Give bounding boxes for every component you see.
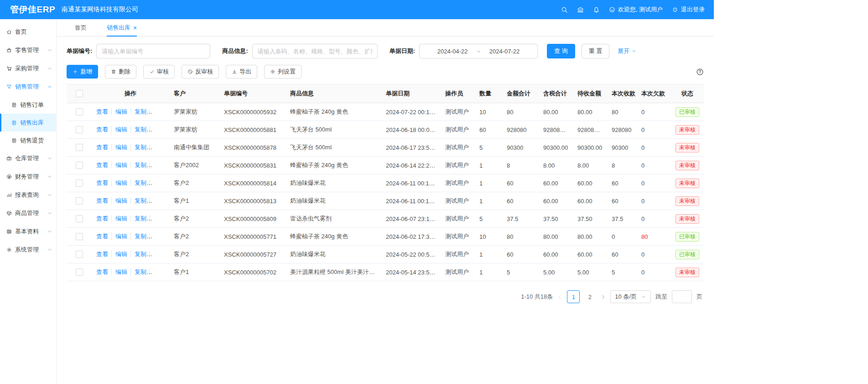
sidebar-item-home[interactable]: 首页: [0, 23, 56, 41]
search-button[interactable]: 查 询: [547, 44, 575, 58]
edit-link[interactable]: 编辑: [111, 233, 127, 240]
copy-link[interactable]: 复制: [130, 268, 146, 275]
copy-link[interactable]: 复制: [130, 179, 146, 186]
doc-no-input[interactable]: [96, 44, 210, 58]
sidebar-item-retail[interactable]: 零售管理: [0, 41, 56, 59]
pagination: 1-10 共18条 12 10 条/页 跳至 页: [57, 281, 714, 312]
view-link[interactable]: 查看: [96, 126, 108, 133]
row-checkbox[interactable]: [76, 268, 83, 276]
sidebar-item-purchase[interactable]: 采购管理: [0, 59, 56, 78]
table-row: 查看编辑复制删除罗莱家纺XSCK00000005932蜂蜜柚子茶 240g 黄色…: [67, 103, 704, 121]
view-link[interactable]: 查看: [96, 197, 108, 204]
notification-bell-icon[interactable]: [593, 6, 600, 13]
page-size-select[interactable]: 10 条/页: [610, 290, 651, 303]
copy-link[interactable]: 复制: [130, 215, 146, 222]
tab-sales-outbound[interactable]: 销售出库×: [107, 19, 137, 36]
row-checkbox[interactable]: [76, 162, 83, 169]
sidebar-item-sales-outbound[interactable]: 销售出库: [0, 114, 56, 132]
checkbox-cell: [67, 246, 92, 263]
sidebar-item-label: 商品管理: [15, 209, 39, 217]
add-button[interactable]: 新增: [67, 65, 98, 79]
search-icon[interactable]: [561, 6, 568, 13]
operations-cell: 查看编辑复制删除: [92, 174, 169, 192]
edit-link[interactable]: 编辑: [111, 251, 127, 258]
sidebar-item-report[interactable]: 报表查询: [0, 186, 56, 204]
sidebar-item-goods[interactable]: 商品管理: [0, 204, 56, 222]
edit-link[interactable]: 编辑: [111, 144, 127, 151]
logout-button[interactable]: 退出登录: [672, 5, 705, 14]
edit-link[interactable]: 编辑: [111, 268, 127, 275]
jump-page-input[interactable]: [672, 290, 692, 303]
sidebar-item-sales-return[interactable]: 销售退货: [0, 132, 56, 149]
row-checkbox[interactable]: [76, 179, 83, 187]
expand-link-text: 展开: [618, 47, 629, 55]
next-page-button[interactable]: [601, 295, 606, 300]
view-link[interactable]: 查看: [96, 268, 108, 275]
tab-home[interactable]: 首页: [75, 19, 87, 36]
prev-page-button[interactable]: [557, 295, 562, 300]
quantity-cell: 1: [475, 263, 502, 281]
select-all-checkbox[interactable]: [76, 90, 83, 97]
amount-total-cell: 928080: [502, 121, 539, 139]
product-info-cell: 飞天茅台 500ml: [286, 139, 381, 157]
status-badge: 未审核: [676, 179, 699, 188]
view-link[interactable]: 查看: [96, 233, 108, 240]
column-header-0: 操作: [92, 84, 169, 103]
row-checkbox[interactable]: [76, 233, 83, 240]
sidebar-item-sales-order[interactable]: 销售订单: [0, 96, 56, 114]
edit-link[interactable]: 编辑: [111, 197, 127, 204]
date-range-picker[interactable]: 2024-04-22 ~ 2024-07-22: [419, 44, 538, 58]
help-icon[interactable]: [696, 68, 704, 76]
view-link[interactable]: 查看: [96, 144, 108, 151]
view-link[interactable]: 查看: [96, 251, 108, 258]
edit-link[interactable]: 编辑: [111, 108, 127, 115]
row-checkbox[interactable]: [76, 215, 83, 222]
edit-link[interactable]: 编辑: [111, 162, 127, 168]
column-header-11: 本次欠款: [637, 84, 671, 103]
row-checkbox[interactable]: [76, 108, 83, 116]
chevron-down-icon: [47, 66, 52, 71]
page-button-1[interactable]: 1: [567, 290, 580, 303]
unaudit-button[interactable]: 反审核: [182, 65, 219, 79]
copy-link[interactable]: 复制: [130, 108, 146, 115]
doc-no-cell: XSCK00000005809: [219, 210, 286, 228]
edit-link[interactable]: 编辑: [111, 179, 127, 186]
user-welcome[interactable]: 欢迎您, 测试用户: [609, 5, 663, 14]
reset-button[interactable]: 重 置: [582, 44, 610, 58]
sidebar-item-system[interactable]: 系统管理: [0, 241, 56, 259]
date-end-value[interactable]: 2024-07-22: [489, 48, 520, 55]
sidebar-item-finance[interactable]: 财务管理: [0, 168, 56, 186]
home-icon: [6, 29, 12, 35]
copy-link[interactable]: 复制: [130, 251, 146, 258]
copy-link[interactable]: 复制: [130, 197, 146, 204]
tax-total-cell: 60.00: [539, 192, 573, 210]
view-link[interactable]: 查看: [96, 179, 108, 186]
sidebar-item-warehouse[interactable]: 仓库管理: [0, 149, 56, 168]
row-checkbox[interactable]: [76, 126, 83, 133]
row-checkbox[interactable]: [76, 251, 83, 258]
expand-link[interactable]: 展开: [618, 47, 637, 55]
date-start-value[interactable]: 2024-04-22: [437, 48, 468, 55]
export-button[interactable]: 导出: [226, 65, 257, 79]
column-settings-button[interactable]: 列设置: [264, 65, 301, 79]
copy-link[interactable]: 复制: [130, 144, 146, 151]
copy-link[interactable]: 复制: [130, 126, 146, 133]
row-checkbox[interactable]: [76, 197, 83, 205]
edit-link[interactable]: 编辑: [111, 126, 127, 133]
view-link[interactable]: 查看: [96, 162, 108, 168]
delete-button[interactable]: 删除: [105, 65, 136, 79]
select-all-header-cell: [67, 84, 92, 103]
audit-button[interactable]: 审核: [143, 65, 175, 79]
bank-icon[interactable]: [577, 6, 584, 13]
edit-link[interactable]: 编辑: [111, 215, 127, 222]
view-link[interactable]: 查看: [96, 108, 108, 115]
view-link[interactable]: 查看: [96, 215, 108, 222]
sidebar-item-basedata[interactable]: 基本资料: [0, 222, 56, 241]
copy-link[interactable]: 复制: [130, 233, 146, 240]
row-checkbox[interactable]: [76, 144, 83, 151]
page-button-2[interactable]: 2: [583, 290, 596, 303]
copy-link[interactable]: 复制: [130, 162, 146, 168]
close-icon[interactable]: ×: [133, 25, 137, 31]
product-info-input[interactable]: [252, 44, 378, 58]
sidebar-item-sales[interactable]: 销售管理: [0, 78, 56, 96]
